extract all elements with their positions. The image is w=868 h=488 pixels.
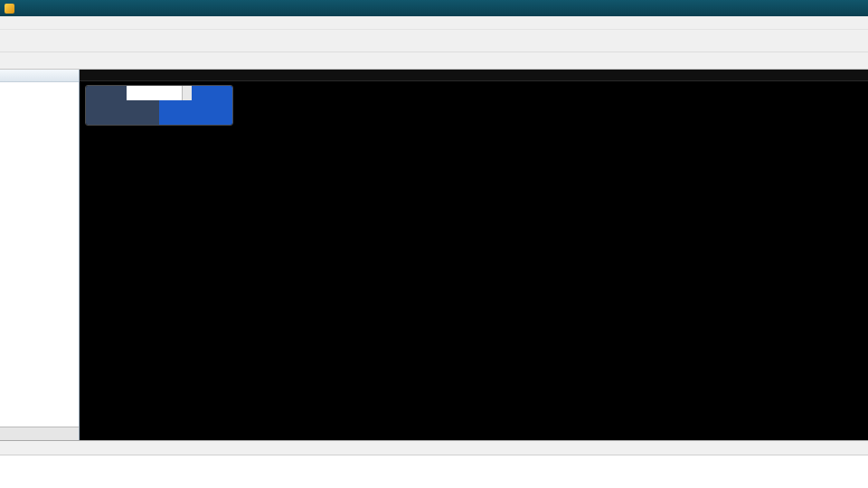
navigator-panel: [0, 70, 80, 440]
buy-button[interactable]: [192, 86, 232, 100]
navigator-header: [0, 70, 79, 82]
maximize-button[interactable]: [826, 2, 844, 14]
navigator-tree: [0, 82, 79, 84]
price-chart-canvas[interactable]: [80, 81, 868, 440]
one-click-trading-panel: [85, 85, 233, 126]
toolbar-standard: [0, 30, 868, 52]
sell-price-panel[interactable]: [86, 100, 159, 125]
sell-button[interactable]: [86, 86, 127, 100]
buy-price-panel[interactable]: [159, 100, 232, 125]
terminal-body: [0, 455, 868, 488]
menu-bar: [0, 16, 868, 30]
volume-down-icon[interactable]: [183, 93, 192, 100]
app-logo-icon: [5, 4, 14, 14]
title-bar: [0, 0, 868, 16]
volume-field[interactable]: [127, 86, 192, 100]
minimize-button[interactable]: [806, 2, 824, 14]
volume-up-icon[interactable]: [183, 86, 192, 93]
volume-spinner[interactable]: [182, 86, 192, 100]
toolbar-line-studies: [0, 52, 868, 70]
volume-value[interactable]: [127, 86, 182, 100]
navigator-tabs: [0, 427, 79, 440]
chart-window: [80, 70, 868, 440]
mt4-terminal: [0, 0, 868, 488]
main-area: [0, 70, 868, 440]
close-button[interactable]: [845, 2, 863, 14]
chart-title-strip: [80, 70, 868, 81]
terminal-columns-header: [0, 440, 868, 455]
